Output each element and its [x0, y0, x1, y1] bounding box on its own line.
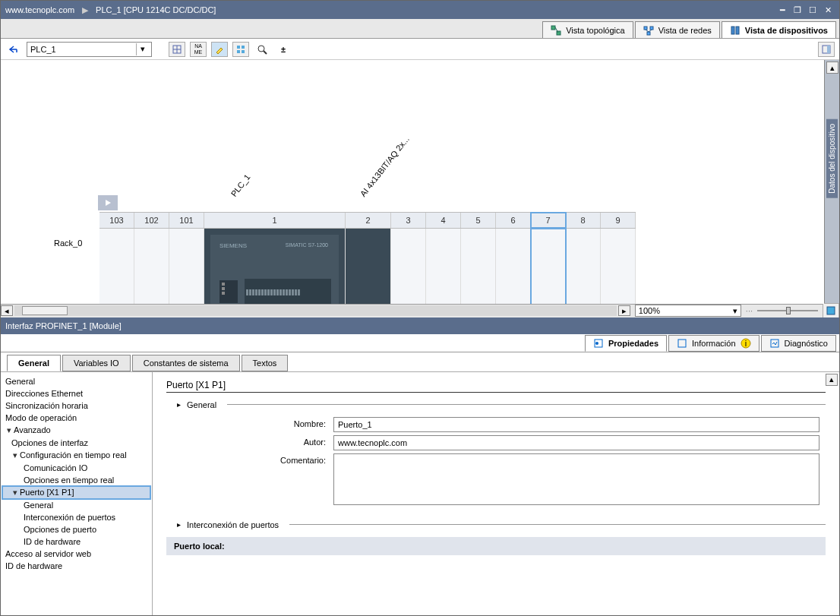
slot-header[interactable]: 2 [346, 213, 391, 228]
slot-header[interactable]: 8 [566, 213, 601, 228]
scroll-up-icon[interactable]: ▴ [826, 62, 838, 74]
svg-rect-5 [647, 32, 650, 35]
slot-cell[interactable] [99, 229, 134, 304]
tree-interface-options[interactable]: Opciones de interfaz [2, 437, 150, 449]
slot-header[interactable]: 9 [601, 213, 636, 228]
tree-time-sync[interactable]: Sincronización horaria [2, 400, 150, 412]
slot-header[interactable]: 103 [99, 213, 134, 228]
panel-toggle-icon[interactable] [818, 42, 835, 57]
device-canvas[interactable]: PLC_1 AI 4x13BIT/AQ 2x... Rack_0 103 102… [1, 60, 824, 304]
slot-header[interactable]: 6 [496, 213, 531, 228]
slot-cell[interactable] [426, 229, 461, 304]
scroll-right-icon[interactable]: ▸ [618, 305, 630, 316]
tab-system-constants[interactable]: Constantes de sistema [132, 355, 240, 371]
tree-realtime-config[interactable]: ▾Configuración en tiempo real [2, 449, 150, 462]
device-icon [730, 25, 741, 36]
device-toolbar: PLC_1 ▾ NAME ± [1, 39, 839, 60]
analog-module[interactable] [346, 229, 391, 304]
tool-grid-icon[interactable] [169, 42, 185, 57]
subsection-interconnect[interactable]: ▸ Interconexión de puertos [177, 520, 826, 529]
back-icon[interactable] [5, 42, 22, 57]
chevron-right-icon: ▸ [177, 520, 181, 529]
play-icon[interactable] [98, 195, 118, 210]
svg-rect-16 [242, 50, 245, 53]
plc-label: PLC_1 [229, 172, 252, 198]
collapse-icon[interactable]: ▾ [5, 425, 12, 435]
tree-realtime-options[interactable]: Opciones en tiempo real [2, 474, 150, 486]
slot-cell[interactable] [134, 229, 169, 304]
slot-header-selected[interactable]: 7 [531, 213, 566, 228]
tree-advanced[interactable]: ▾Avanzado [2, 424, 150, 437]
close-icon[interactable]: ✕ [821, 4, 835, 16]
slot-header[interactable]: 4 [426, 213, 461, 228]
tree-hwid[interactable]: ID de hardware [2, 560, 150, 572]
slot-cell[interactable] [496, 229, 531, 304]
zoom-selector[interactable]: 100% ▾ [635, 305, 741, 317]
tab-texts[interactable]: Textos [242, 355, 289, 371]
tree-io-comm[interactable]: Comunicación IO [2, 462, 150, 474]
svg-rect-9 [736, 27, 739, 34]
tool-name-icon[interactable]: NAME [190, 42, 207, 57]
tab-properties[interactable]: Propiedades [585, 335, 667, 352]
tab-diagnostics[interactable]: Diagnóstico [761, 335, 836, 352]
slot-header[interactable]: 102 [134, 213, 169, 228]
tab-info[interactable]: Información i [668, 335, 759, 352]
input-author[interactable] [333, 435, 819, 450]
scroll-left-icon[interactable]: ◂ [1, 305, 13, 316]
svg-point-17 [258, 46, 264, 52]
slot-cell[interactable] [461, 229, 496, 304]
slot-cell-selected[interactable] [531, 229, 566, 304]
restore-icon[interactable]: ❐ [791, 4, 804, 16]
slot-header[interactable]: 3 [391, 213, 426, 228]
tab-general[interactable]: General [7, 355, 61, 371]
tab-network[interactable]: Vista de redes [635, 21, 720, 38]
svg-text:i: i [744, 339, 746, 348]
tree-port-options[interactable]: Opciones de puerto [2, 523, 150, 535]
cpu-module[interactable]: SIEMENS SIMATIC S7-1200 [204, 229, 346, 304]
collapse-icon[interactable]: ▾ [11, 488, 18, 498]
slot-cell[interactable] [169, 229, 204, 304]
h-scrollbar[interactable] [14, 305, 617, 316]
canvas-status-bar: ◂ ▸ 100% ▾ ··· [1, 304, 839, 317]
tab-device[interactable]: Vista de dispositivos [722, 21, 836, 38]
zoom-reset-icon[interactable]: ± [275, 42, 292, 57]
svg-rect-4 [650, 27, 653, 30]
chevron-down-icon: ▾ [733, 306, 737, 316]
minimize-icon[interactable]: ━ [775, 4, 789, 16]
slot-cell[interactable] [391, 229, 426, 304]
slot-cell[interactable] [601, 229, 636, 304]
slot-cell[interactable] [566, 229, 601, 304]
svg-rect-15 [237, 50, 240, 53]
tool-layout-icon[interactable] [232, 42, 249, 57]
scroll-up-icon[interactable]: ▴ [826, 374, 838, 386]
view-tabs: Vista topológica Vista de redes Vista de… [1, 19, 839, 39]
maximize-icon[interactable]: ☐ [806, 4, 819, 16]
slot-header[interactable]: 101 [169, 213, 204, 228]
slot-header[interactable]: 5 [461, 213, 496, 228]
slot-header[interactable]: 1 [204, 213, 346, 228]
tree-ethernet[interactable]: Direcciones Ethernet [2, 387, 150, 400]
svg-rect-13 [237, 46, 240, 49]
tree-webserver[interactable]: Acceso al servidor web [2, 548, 150, 560]
device-selector[interactable]: PLC_1 ▾ [27, 42, 152, 57]
zoom-slider[interactable] [757, 305, 818, 316]
tree-port-interconnect[interactable]: Interconexión de puertos [2, 511, 150, 523]
tree-port-general[interactable]: General [2, 499, 150, 511]
info-icon [677, 338, 687, 349]
tool-highlight-icon[interactable] [211, 42, 228, 57]
diagnostics-icon [769, 338, 780, 349]
tree-port[interactable]: ▾Puerto [X1 P1] [2, 486, 150, 499]
input-name[interactable] [333, 417, 819, 432]
subsection-general[interactable]: ▸ General [177, 400, 826, 409]
tree-op-mode[interactable]: Modo de operación [2, 412, 150, 424]
input-comment[interactable] [333, 453, 819, 505]
tab-variables-io[interactable]: Variables IO [62, 355, 131, 371]
collapse-icon[interactable]: ▾ [11, 450, 18, 460]
tab-topology[interactable]: Vista topológica [542, 21, 633, 38]
zoom-icon[interactable] [254, 42, 270, 57]
tree-port-hwid[interactable]: ID de hardware [2, 535, 150, 548]
svg-rect-3 [644, 27, 647, 30]
rail-label[interactable]: Datos del dispositivo [826, 119, 838, 198]
fit-screen-icon[interactable] [823, 303, 839, 318]
tree-general[interactable]: General [2, 375, 150, 387]
